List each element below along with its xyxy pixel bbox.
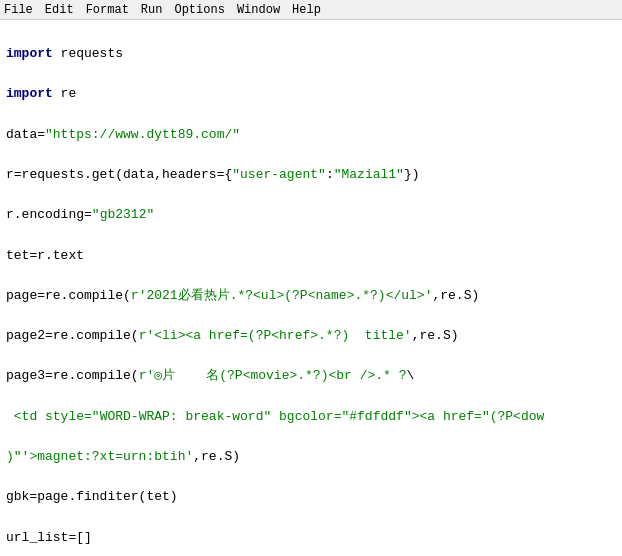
- code-line-7: page=re.compile(r'2021必看热片.*?<ul>(?P<nam…: [6, 286, 616, 306]
- code-editor[interactable]: import requests import re data="https://…: [0, 20, 622, 556]
- code-line-4: r=requests.get(data,headers={"user-agent…: [6, 165, 616, 185]
- code-line-10: <td style="WORD-WRAP: break-word" bgcolo…: [6, 407, 616, 427]
- code-line-11: )"'>magnet:?xt=urn:btih',re.S): [6, 447, 616, 467]
- code-line-8: page2=re.compile(r'<li><a href=(?P<href>…: [6, 326, 616, 346]
- menu-file[interactable]: File: [4, 3, 33, 17]
- menubar: File Edit Format Run Options Window Help: [0, 0, 622, 20]
- code-line-13: url_list=[]: [6, 528, 616, 548]
- code-line-12: gbk=page.finditer(tet): [6, 487, 616, 507]
- code-line-3: data="https://www.dytt89.com/": [6, 125, 616, 145]
- code-line-6: tet=r.text: [6, 246, 616, 266]
- menu-window[interactable]: Window: [237, 3, 280, 17]
- menu-format[interactable]: Format: [86, 3, 129, 17]
- code-line-9: page3=re.compile(r'◎片 名(?P<movie>.*?)<br…: [6, 366, 616, 386]
- menu-run[interactable]: Run: [141, 3, 163, 17]
- code-line-1: import requests: [6, 44, 616, 64]
- menu-help[interactable]: Help: [292, 3, 321, 17]
- code-line-2: import re: [6, 84, 616, 104]
- code-line-5: r.encoding="gb2312": [6, 205, 616, 225]
- menu-options[interactable]: Options: [174, 3, 224, 17]
- menu-edit[interactable]: Edit: [45, 3, 74, 17]
